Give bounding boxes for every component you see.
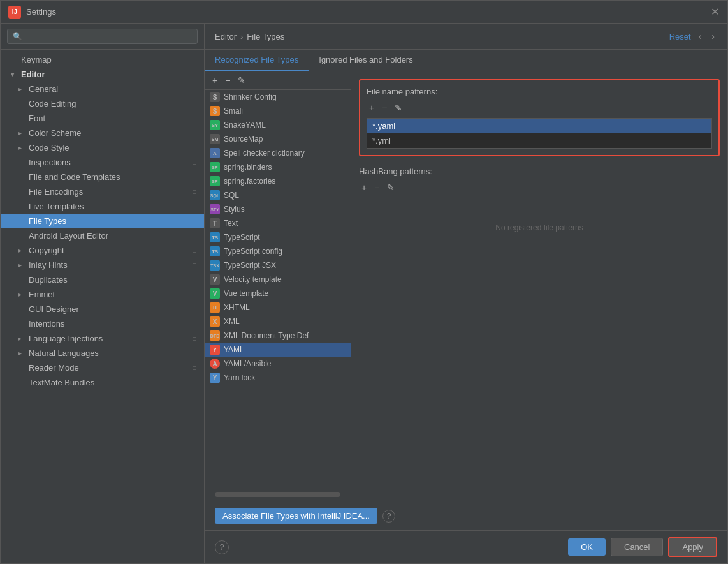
search-box [1,24,204,50]
sidebar-item-label: Editor [21,70,196,79]
list-item[interactable]: *.yml [367,133,711,148]
list-item[interactable]: DTD XML Document Type Def [205,329,351,343]
edit-pattern-button[interactable]: ✎ [392,101,405,114]
list-item[interactable]: H XHTML [205,301,351,315]
list-item[interactable]: V Vue template [205,286,351,301]
list-item[interactable]: S Smali [205,104,351,118]
list-item[interactable]: S Shrinker Config [205,90,351,104]
list-item[interactable]: SQL SQL [205,188,351,202]
sidebar-item-android-layout[interactable]: Android Layout Editor [1,228,204,243]
hashbang-patterns-section: HashBang patterns: + − ✎ No registered f… [359,167,720,493]
sidebar-item-textmate-bundles[interactable]: TextMate Bundles [1,375,204,390]
list-item[interactable]: SY SnakeYAML [205,118,351,132]
footer-help-icon[interactable]: ? [215,540,229,554]
sidebar-item-keymap[interactable]: Keymap [1,52,204,67]
content-area: + − ✎ S Shrinker Config S Smali [205,71,727,501]
sidebar-tree: Keymap ▾ Editor ▸ General Code Editing F… [1,50,204,563]
cancel-button[interactable]: Cancel [611,538,663,556]
filetype-label: XHTML [224,303,250,312]
sidebar-item-natural-languages[interactable]: ▸ Natural Languages [1,346,204,360]
sidebar-item-code-style[interactable]: ▸ Code Style [1,140,204,155]
search-input[interactable] [7,29,198,44]
sidebar-item-general[interactable]: ▸ General [1,82,204,96]
sidebar-item-label: Keymap [21,55,196,64]
sidebar-item-label: Inlay Hints [29,260,190,270]
sidebar-item-label: Intentions [29,319,196,329]
sidebar-item-gui-designer[interactable]: GUI Designer □ [1,302,204,316]
list-item[interactable]: *.yaml [367,119,711,133]
remove-pattern-button[interactable]: − [379,101,389,114]
list-item[interactable]: TSX TypeScript JSX [205,258,351,272]
filetype-icon: SY [210,120,220,130]
sidebar-item-language-injections[interactable]: ▸ Language Injections □ [1,331,204,346]
sidebar-item-live-templates[interactable]: Live Templates [1,199,204,214]
list-item[interactable]: Y YAML [205,343,351,357]
nav-back-button[interactable]: ‹ [696,30,704,43]
filetype-label: YAML/Ansible [224,359,271,368]
list-item[interactable]: Y Yarn lock [205,371,351,385]
edit-hashbang-button[interactable]: ✎ [384,181,397,194]
filetype-icon: H [210,302,220,313]
sidebar-item-code-editing[interactable]: Code Editing [1,96,204,111]
add-pattern-button[interactable]: + [367,101,377,114]
sidebar-item-file-encodings[interactable]: File Encodings □ [1,184,204,199]
sidebar-item-label: Emmet [29,290,196,299]
list-item[interactable]: TS TypeScript [205,230,351,244]
sidebar-item-label: Language Injections [29,334,190,343]
filetype-label: XML Document Type Def [224,331,309,340]
add-hashbang-button[interactable]: + [359,181,369,194]
filetype-icon: SM [210,134,220,144]
tab-recognized[interactable]: Recognized File Types [205,50,309,71]
edit-filetype-button[interactable]: ✎ [235,74,248,87]
list-item[interactable]: V Velocity template [205,272,351,286]
apply-button[interactable]: Apply [668,537,717,557]
bottom-bar: Associate File Types with IntelliJ IDEA.… [205,501,727,530]
footer: ? OK Cancel Apply [205,530,727,563]
indicator-icon: □ [193,188,196,195]
hashbang-toolbar: + − ✎ [359,181,720,194]
reset-button[interactable]: Reset [669,32,691,41]
horizontal-scrollbar[interactable] [215,492,340,497]
filetype-label: SourceMap [224,135,263,144]
list-item[interactable]: SP spring.binders [205,160,351,174]
sidebar-item-label: Code Style [29,143,196,152]
nav-forward-button[interactable]: › [709,30,717,43]
sidebar-item-label: TextMate Bundles [29,378,196,387]
sidebar-item-intentions[interactable]: Intentions [1,316,204,331]
list-item[interactable]: STY Stylus [205,202,351,216]
sidebar-item-color-scheme[interactable]: ▸ Color Scheme [1,126,204,140]
ok-button[interactable]: OK [568,538,606,556]
indicator-icon: □ [193,262,196,269]
list-item[interactable]: SP spring.factories [205,174,351,188]
filetype-label: spring.factories [224,177,275,186]
sidebar-item-label: Copyright [29,246,190,255]
list-item[interactable]: SM SourceMap [205,132,351,146]
sidebar-item-font[interactable]: Font [1,111,204,126]
remove-filetype-button[interactable]: − [222,74,233,87]
add-filetype-button[interactable]: + [210,74,220,87]
filetype-icon: T [210,218,220,228]
list-item[interactable]: A Spell checker dictionary [205,146,351,160]
sidebar-item-inlay-hints[interactable]: ▸ Inlay Hints □ [1,258,204,272]
sidebar-item-duplicates[interactable]: Duplicates [1,272,204,287]
associate-button[interactable]: Associate File Types with IntelliJ IDEA.… [215,508,377,524]
list-item[interactable]: X XML [205,315,351,329]
help-icon[interactable]: ? [382,510,395,523]
list-item[interactable]: TS TypeScript config [205,244,351,258]
sidebar-item-editor[interactable]: ▾ Editor [1,67,204,82]
sidebar-item-file-and-code[interactable]: File and Code Templates [1,170,204,184]
list-item[interactable]: T Text [205,216,351,230]
tab-ignored[interactable]: Ignored Files and Folders [309,50,423,71]
remove-hashbang-button[interactable]: − [372,181,382,194]
sidebar-item-emmet[interactable]: ▸ Emmet [1,287,204,302]
sidebar-item-inspections[interactable]: Inspections □ [1,155,204,170]
close-button[interactable]: ✕ [710,7,720,17]
filetype-label: Yarn lock [224,373,255,382]
filetype-label: TypeScript config [224,247,282,256]
list-item[interactable]: A YAML/Ansible [205,357,351,371]
sidebar-item-file-types[interactable]: File Types [1,214,204,228]
sidebar-item-reader-mode[interactable]: Reader Mode □ [1,360,204,375]
filetype-label: Velocity template [224,275,282,284]
sidebar-item-label: Color Scheme [29,128,196,138]
sidebar-item-copyright[interactable]: ▸ Copyright □ [1,243,204,258]
